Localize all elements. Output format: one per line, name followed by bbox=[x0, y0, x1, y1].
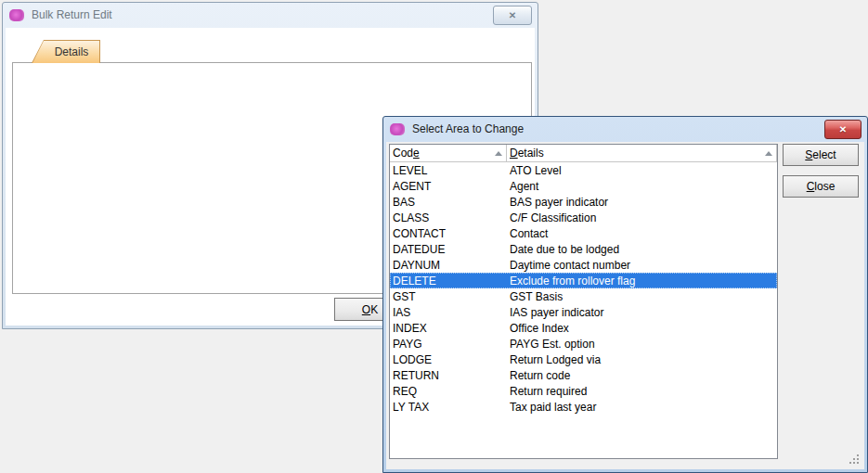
row-code: BAS bbox=[390, 196, 507, 209]
row-details: Agent bbox=[507, 180, 777, 193]
row-code: LY TAX bbox=[390, 401, 507, 414]
row-code: DELETE bbox=[390, 275, 507, 288]
row-code: CONTACT bbox=[390, 227, 507, 240]
app-icon bbox=[9, 9, 24, 21]
table-row[interactable]: AGENTAgent bbox=[390, 178, 777, 194]
resize-grip[interactable] bbox=[849, 454, 860, 465]
row-code: LEVEL bbox=[390, 164, 507, 177]
close-icon: ✕ bbox=[839, 124, 847, 134]
sort-ascending-icon bbox=[765, 151, 772, 156]
table-row[interactable]: LY TAXTax paid last year bbox=[390, 399, 777, 415]
window-title: Bulk Return Edit bbox=[32, 8, 112, 21]
table-row[interactable]: RETURNReturn code bbox=[390, 367, 777, 383]
row-details: Daytime contact number bbox=[507, 259, 777, 272]
select-area-body: Code Details LEVELATO LevelAGENTAgentBAS… bbox=[386, 142, 864, 469]
table-row[interactable]: BASBAS payer indicator bbox=[390, 194, 777, 210]
table-row[interactable]: IASIAS payer indicator bbox=[390, 304, 777, 320]
table-row[interactable]: CLASSC/F Classification bbox=[390, 210, 777, 225]
select-button-label: Select bbox=[805, 148, 836, 161]
table-rows: LEVELATO LevelAGENTAgentBASBAS payer ind… bbox=[390, 162, 777, 415]
row-code: INDEX bbox=[390, 322, 507, 335]
column-header-details[interactable]: Details bbox=[507, 145, 777, 161]
select-area-window: Select Area to Change ✕ Code Details LEV… bbox=[382, 116, 868, 473]
window-title: Select Area to Change bbox=[412, 122, 524, 135]
row-details: C/F Classification bbox=[507, 211, 777, 224]
row-code: DAYNUM bbox=[390, 259, 507, 272]
tab-details[interactable]: Details bbox=[32, 40, 100, 63]
close-button[interactable]: Close bbox=[783, 175, 859, 198]
row-details: Return code bbox=[507, 369, 777, 382]
row-code: AGENT bbox=[390, 180, 507, 193]
select-area-titlebar[interactable]: Select Area to Change ✕ bbox=[383, 117, 867, 141]
bulk-return-edit-titlebar[interactable]: Bulk Return Edit ✕ bbox=[3, 3, 538, 27]
select-button[interactable]: Select bbox=[783, 144, 859, 166]
row-details: GST Basis bbox=[507, 290, 777, 303]
area-list: Code Details LEVELATO LevelAGENTAgentBAS… bbox=[389, 144, 778, 459]
table-row[interactable]: LODGEReturn Lodged via bbox=[390, 352, 777, 367]
row-details: Date due to be lodged bbox=[507, 243, 777, 256]
column-header-details-label: Details bbox=[510, 147, 544, 160]
row-details: Tax paid last year bbox=[507, 401, 777, 414]
row-code: RETURN bbox=[390, 369, 507, 382]
row-code: PAYG bbox=[390, 338, 507, 351]
column-header-code-label: Code bbox=[393, 147, 420, 160]
row-details: Office Index bbox=[507, 322, 777, 335]
area-list-header: Code Details bbox=[390, 145, 777, 162]
row-details: Contact bbox=[507, 227, 777, 240]
table-row[interactable]: DATEDUEDate due to be lodged bbox=[390, 241, 777, 257]
table-row[interactable]: GSTGST Basis bbox=[390, 288, 777, 304]
table-row[interactable]: PAYGPAYG Est. option bbox=[390, 336, 777, 352]
row-code: REQ bbox=[390, 385, 507, 398]
close-button[interactable]: ✕ bbox=[493, 6, 532, 25]
row-details: PAYG Est. option bbox=[507, 338, 777, 351]
row-code: CLASS bbox=[390, 211, 507, 224]
row-code: GST bbox=[390, 290, 507, 303]
column-header-code[interactable]: Code bbox=[390, 145, 507, 161]
close-button[interactable]: ✕ bbox=[824, 120, 862, 139]
row-code: LODGE bbox=[390, 353, 507, 366]
row-details: Return required bbox=[507, 385, 777, 398]
row-code: IAS bbox=[390, 306, 507, 319]
ok-button-label: OK bbox=[362, 303, 378, 316]
table-row[interactable]: DELETEExclude from rollover flag bbox=[390, 273, 777, 288]
row-details: IAS payer indicator bbox=[507, 306, 777, 319]
row-details: BAS payer indicator bbox=[507, 196, 777, 209]
app-icon bbox=[390, 123, 405, 135]
table-row[interactable]: DAYNUMDaytime contact number bbox=[390, 257, 777, 273]
row-details: ATO Level bbox=[507, 164, 777, 177]
table-row[interactable]: CONTACTContact bbox=[390, 225, 777, 241]
close-button-label: Close bbox=[807, 180, 836, 193]
row-details: Exclude from rollover flag bbox=[507, 275, 777, 288]
table-row[interactable]: LEVELATO Level bbox=[390, 162, 777, 178]
row-details: Return Lodged via bbox=[507, 353, 777, 366]
table-row[interactable]: REQReturn required bbox=[390, 383, 777, 399]
close-icon: ✕ bbox=[509, 10, 516, 20]
table-row[interactable]: INDEXOffice Index bbox=[390, 320, 777, 336]
sort-ascending-icon bbox=[495, 151, 502, 156]
tab-details-label: Details bbox=[55, 45, 89, 58]
row-code: DATEDUE bbox=[390, 243, 507, 256]
